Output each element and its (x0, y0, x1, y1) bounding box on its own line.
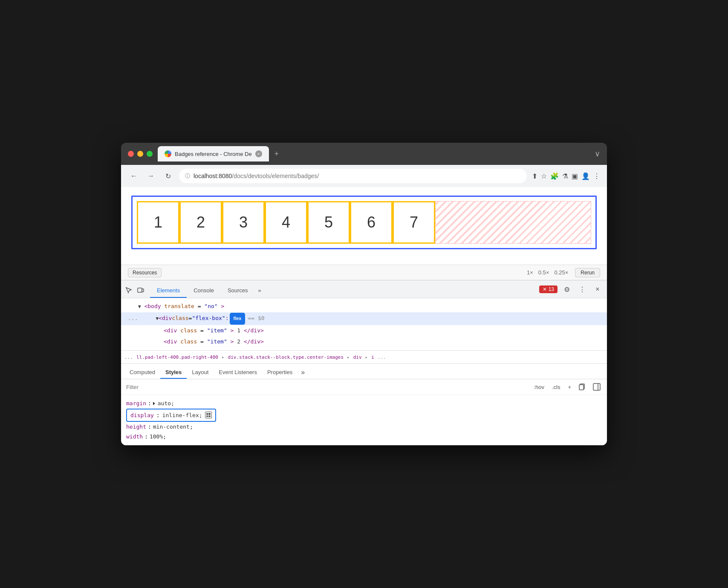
breadcrumb-item-3[interactable]: div (353, 355, 362, 360)
hov-button[interactable]: :hov (532, 383, 546, 391)
devtools-panel: Elements Console Sources » ✕ 13 ⚙ ⋮ × ▼ … (121, 280, 607, 445)
zoom-05x[interactable]: 0.5× (538, 269, 549, 276)
devtools-close-icon[interactable]: × (592, 283, 604, 295)
error-count: 13 (549, 286, 554, 292)
tab-title: Badges reference - Chrome De (175, 151, 252, 157)
tab-menu-button[interactable]: ∨ (595, 149, 600, 159)
resources-button[interactable]: Resources (128, 268, 162, 277)
flex-item-3: 3 (222, 201, 265, 244)
profile-icon[interactable]: 👤 (581, 172, 590, 180)
tab-close-button[interactable]: × (255, 150, 262, 157)
url-bar[interactable]: ⓘ localhost:8080/docs/devtools/elements/… (179, 169, 527, 183)
flex-item-6: 6 (350, 201, 393, 244)
zoom-controls: 1× 0.5× 0.25× (527, 269, 568, 276)
page-content: 1 2 3 4 5 6 7 (121, 187, 607, 265)
copy-styles-icon[interactable] (577, 382, 587, 392)
svg-rect-0 (138, 288, 142, 292)
tab-properties[interactable]: Properties (262, 366, 298, 379)
tab-event-listeners[interactable]: Event Listeners (214, 366, 262, 379)
dom-tree: ▼ <body translate = "no" > ... ▼ <div cl… (121, 298, 607, 350)
tab-computed[interactable]: Computed (124, 366, 160, 379)
css-display-line[interactable]: display : inline-flex; (126, 409, 602, 422)
dom-div-line[interactable]: ... ▼ <div class = "flex-box" : flex == … (121, 312, 607, 325)
tab-elements[interactable]: Elements (150, 284, 187, 298)
zoom-025x[interactable]: 0.25× (554, 269, 568, 276)
toggle-panel-icon[interactable] (592, 382, 602, 392)
browser-tab[interactable]: Badges reference - Chrome De × (158, 146, 269, 161)
url-text: localhost:8080/docs/devtools/elements/ba… (194, 173, 521, 179)
back-button[interactable]: ← (128, 170, 140, 182)
breadcrumb-dots-left[interactable]: ... (124, 355, 133, 360)
dom-body-line[interactable]: ▼ <body translate = "no" > (121, 301, 607, 312)
breadcrumb-bar: ... ll.pad-left-400.pad-right-400 ▸ div.… (121, 350, 607, 364)
dom-item2-line[interactable]: <div class = "item" > 2 </div> (121, 336, 607, 348)
settings-icon[interactable]: ⚙ (561, 283, 573, 295)
devtools-tab-bar: Elements Console Sources » ✕ 13 ⚙ ⋮ × (121, 280, 607, 298)
reload-button[interactable]: ↻ (162, 170, 174, 182)
add-style-button[interactable]: + (566, 383, 573, 391)
breadcrumb-item-2[interactable]: div.stack.stack--block.type.center-image… (228, 355, 344, 360)
devtools-controls: Resources 1× 0.5× 0.25× Rerun (121, 265, 607, 280)
layout-icon[interactable]: ▣ (572, 172, 578, 180)
display-highlight-box[interactable]: display : inline-flex; (126, 409, 216, 422)
cls-button[interactable]: .cls (550, 383, 562, 391)
flex-item-2: 2 (179, 201, 222, 244)
filter-actions: :hov .cls + (532, 382, 602, 392)
devtools-right-icons: ✕ 13 ⚙ ⋮ × (539, 283, 604, 298)
tab-sources[interactable]: Sources (221, 284, 255, 298)
zoom-1x[interactable]: 1× (527, 269, 533, 276)
filter-bar: :hov .cls + (121, 379, 607, 395)
address-bar: ← → ↻ ⓘ localhost:8080/docs/devtools/ele… (121, 165, 607, 187)
devtools-icon[interactable]: ⚗ (562, 172, 568, 180)
flex-item-4: 4 (265, 201, 307, 244)
info-icon: ⓘ (185, 173, 190, 180)
element-picker-icon[interactable] (124, 286, 133, 294)
title-bar: Badges reference - Chrome De × + ∨ (121, 143, 607, 165)
share-icon[interactable]: ⬆ (532, 172, 537, 180)
styles-more-tabs[interactable]: » (298, 366, 308, 379)
styles-panel: Computed Styles Layout Event Listeners P… (121, 364, 607, 445)
css-margin-line: margin : auto; (126, 398, 602, 408)
address-bar-icons: ⬆ ☆ 🧩 ⚗ ▣ 👤 ⋮ (532, 172, 600, 180)
flex-badge[interactable]: flex (231, 314, 245, 324)
extensions-icon[interactable]: 🧩 (550, 172, 559, 180)
minimize-button[interactable] (137, 151, 143, 157)
tab-styles[interactable]: Styles (160, 366, 187, 379)
error-icon: ✕ (543, 286, 547, 292)
close-button[interactable] (128, 151, 134, 157)
tab-layout[interactable]: Layout (187, 366, 214, 379)
breadcrumb-item-4[interactable]: i (371, 355, 374, 360)
grid-icon[interactable] (205, 412, 212, 418)
breadcrumb-item-1[interactable]: ll.pad-left-400.pad-right-400 (136, 355, 218, 360)
bookmark-icon[interactable]: ☆ (541, 172, 547, 180)
css-height-line: height : min-content; (126, 422, 602, 432)
flex-items: 1 2 3 4 5 6 7 (137, 201, 435, 244)
flex-demo-container: 1 2 3 4 5 6 7 (131, 196, 597, 249)
new-tab-button[interactable]: + (271, 148, 283, 160)
svg-rect-3 (579, 385, 584, 390)
rerun-button[interactable]: Rerun (575, 268, 600, 277)
flex-item-1: 1 (137, 201, 179, 244)
css-width-line: width : 100%; (126, 432, 602, 441)
flex-overflow-area (435, 201, 591, 244)
tab-bar: Badges reference - Chrome De × + ∨ (158, 146, 600, 161)
forward-button[interactable]: → (145, 170, 157, 182)
chrome-favicon (165, 150, 171, 157)
flex-item-5: 5 (307, 201, 350, 244)
traffic-lights (128, 151, 153, 157)
devtools-tool-icons (124, 286, 150, 298)
tab-console[interactable]: Console (187, 284, 221, 298)
dom-item1-line[interactable]: <div class = "item" > 1 </div> (121, 325, 607, 337)
more-icon[interactable]: ⋮ (593, 172, 600, 180)
error-badge[interactable]: ✕ 13 (539, 285, 558, 293)
svg-rect-4 (593, 383, 600, 390)
styles-tab-bar: Computed Styles Layout Event Listeners P… (121, 364, 607, 379)
device-toolbar-icon[interactable] (136, 286, 145, 294)
browser-window: Badges reference - Chrome De × + ∨ ← → ↻… (121, 143, 607, 445)
flex-item-7: 7 (393, 201, 435, 244)
maximize-button[interactable] (147, 151, 153, 157)
filter-input[interactable] (126, 384, 529, 390)
devtools-more-icon[interactable]: ⋮ (576, 283, 588, 295)
devtools-more-tabs[interactable]: » (255, 284, 265, 298)
css-rules: margin : auto; display : inline-flex; (121, 395, 607, 445)
